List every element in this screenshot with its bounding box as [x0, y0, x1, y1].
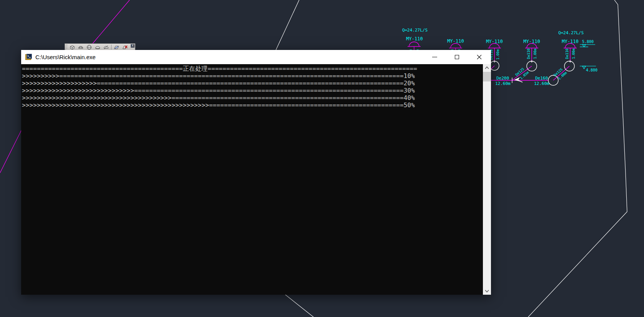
console-output: ========================================…	[22, 65, 479, 109]
console-body: ========================================…	[21, 64, 491, 295]
elevation-upper-label: 5.800	[582, 40, 597, 44]
console-title: C:\Users\Rick\main.exe	[35, 54, 96, 60]
sprinkler-label-4: MY-110	[523, 39, 541, 44]
close-button[interactable]	[468, 50, 490, 64]
riser-len-label-4: 1.00m	[533, 47, 537, 60]
main-pipe2-dn: De160	[535, 76, 548, 81]
erase-surface-icon[interactable]	[121, 44, 129, 50]
flow-rate-label-right: Q=24.27L/S	[557, 30, 584, 35]
sprinkler-label-1: MY-110	[406, 36, 423, 41]
boundary-line-right	[527, 0, 627, 317]
main-pipe2-len: 12.60m	[534, 81, 549, 86]
console-window: C:\Users\Rick\main.exe =================…	[21, 50, 491, 295]
minimize-icon	[432, 57, 437, 57]
scroll-up-arrow-icon[interactable]	[484, 65, 490, 71]
riser-len-label-3: 1.00m	[496, 48, 500, 61]
minimize-button[interactable]	[423, 50, 446, 64]
maximize-button[interactable]	[446, 50, 468, 64]
dish-surface-icon[interactable]	[93, 44, 102, 50]
elevation-marker-upper	[580, 45, 595, 47]
scroll-down-arrow-icon[interactable]	[484, 288, 490, 294]
sprinkler-label-2: MY-110	[447, 38, 464, 44]
flow-rate-label-left: Q=24.27L/S	[401, 28, 428, 33]
riser-len-label-5: 1.00m	[572, 47, 576, 60]
main-pipe1-dn: De200	[496, 76, 509, 81]
riser-dn-label-5: De110	[565, 47, 569, 60]
boundary-line-bottom	[285, 294, 315, 317]
sprinkler-label-5: MY-110	[561, 39, 579, 44]
maximize-icon	[455, 55, 459, 59]
nozzle-marks	[493, 60, 571, 63]
elevation-lower-label: 4.800	[586, 68, 601, 72]
boundary-line-top	[274, 0, 299, 54]
main-pipe1-len: 12.60m	[495, 81, 511, 86]
console-line: >>>>>>>>>>>>>>>>>>>>>>>>>>>>>>==========…	[22, 87, 479, 94]
dome-surface-icon[interactable]	[77, 44, 85, 50]
scrollbar-thumb[interactable]	[483, 72, 491, 81]
mesh-surface-icon[interactable]	[102, 44, 110, 50]
close-icon	[477, 55, 482, 60]
console-line: >>>>>>>>>>>>>>>>>>>>====================…	[22, 80, 479, 87]
console-line: >>>>>>>>>>>>>>>>>>>>>>>>>>>>>>>>>>>>>>>>…	[22, 101, 479, 109]
toolbar-close-button[interactable]: x	[131, 44, 135, 48]
console-line: >>>>>>>>>>>>>>>>>>>>>>>>>>>>>>>>>>>>>>>>…	[22, 94, 479, 101]
console-app-icon	[25, 54, 32, 60]
box-surface-icon[interactable]	[68, 44, 77, 50]
console-line: ========================================…	[22, 65, 479, 72]
riser-dn-label-4: De110	[527, 47, 531, 60]
console-titlebar[interactable]: C:\Users\Rick\main.exe	[21, 50, 491, 64]
console-line: >>>>>>>>>>==============================…	[22, 72, 479, 80]
edge-surface-icon[interactable]	[112, 44, 121, 50]
toolbar-drag-handle[interactable]	[65, 45, 67, 50]
toolbar-separator	[111, 45, 111, 50]
sphere-surface-icon[interactable]	[85, 44, 93, 50]
sprinkler-label-3: MY-110	[486, 39, 503, 44]
console-scrollbar[interactable]	[483, 64, 491, 295]
